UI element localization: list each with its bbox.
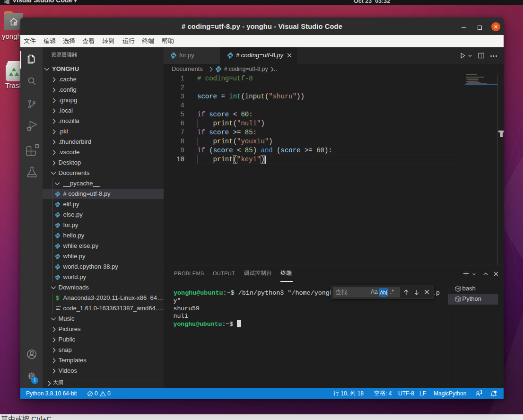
svg-text:$: $ <box>458 299 459 301</box>
svg-text:$: $ <box>458 289 459 291</box>
